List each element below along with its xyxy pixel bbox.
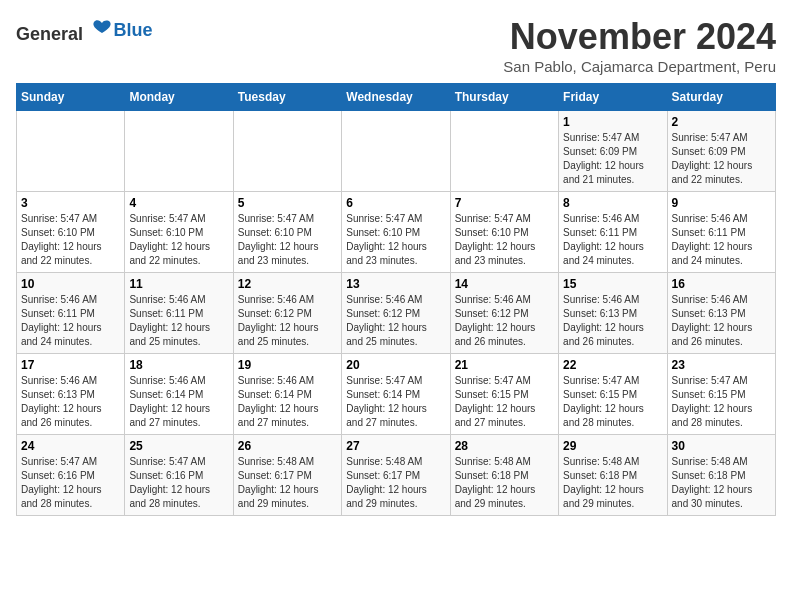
day-info: Sunrise: 5:46 AM Sunset: 6:14 PM Dayligh… bbox=[238, 374, 337, 430]
calendar-cell: 12Sunrise: 5:46 AM Sunset: 6:12 PM Dayli… bbox=[233, 273, 341, 354]
calendar-week-row: 24Sunrise: 5:47 AM Sunset: 6:16 PM Dayli… bbox=[17, 435, 776, 516]
day-info: Sunrise: 5:47 AM Sunset: 6:09 PM Dayligh… bbox=[563, 131, 662, 187]
calendar-cell: 28Sunrise: 5:48 AM Sunset: 6:18 PM Dayli… bbox=[450, 435, 558, 516]
day-number: 25 bbox=[129, 439, 228, 453]
day-number: 18 bbox=[129, 358, 228, 372]
day-info: Sunrise: 5:46 AM Sunset: 6:11 PM Dayligh… bbox=[672, 212, 771, 268]
day-number: 13 bbox=[346, 277, 445, 291]
day-info: Sunrise: 5:46 AM Sunset: 6:12 PM Dayligh… bbox=[238, 293, 337, 349]
calendar-cell bbox=[125, 111, 233, 192]
day-number: 22 bbox=[563, 358, 662, 372]
calendar-cell: 22Sunrise: 5:47 AM Sunset: 6:15 PM Dayli… bbox=[559, 354, 667, 435]
calendar-cell: 1Sunrise: 5:47 AM Sunset: 6:09 PM Daylig… bbox=[559, 111, 667, 192]
calendar-cell: 13Sunrise: 5:46 AM Sunset: 6:12 PM Dayli… bbox=[342, 273, 450, 354]
weekday-header-monday: Monday bbox=[125, 84, 233, 111]
calendar-cell bbox=[17, 111, 125, 192]
weekday-header-thursday: Thursday bbox=[450, 84, 558, 111]
calendar-cell: 16Sunrise: 5:46 AM Sunset: 6:13 PM Dayli… bbox=[667, 273, 775, 354]
day-number: 1 bbox=[563, 115, 662, 129]
day-number: 29 bbox=[563, 439, 662, 453]
title-block: November 2024 San Pablo, Cajamarca Depar… bbox=[503, 16, 776, 75]
calendar-week-row: 10Sunrise: 5:46 AM Sunset: 6:11 PM Dayli… bbox=[17, 273, 776, 354]
calendar-cell bbox=[233, 111, 341, 192]
day-number: 10 bbox=[21, 277, 120, 291]
day-info: Sunrise: 5:47 AM Sunset: 6:15 PM Dayligh… bbox=[455, 374, 554, 430]
day-number: 14 bbox=[455, 277, 554, 291]
day-info: Sunrise: 5:46 AM Sunset: 6:13 PM Dayligh… bbox=[672, 293, 771, 349]
day-number: 11 bbox=[129, 277, 228, 291]
day-info: Sunrise: 5:48 AM Sunset: 6:17 PM Dayligh… bbox=[238, 455, 337, 511]
day-info: Sunrise: 5:47 AM Sunset: 6:09 PM Dayligh… bbox=[672, 131, 771, 187]
weekday-header-wednesday: Wednesday bbox=[342, 84, 450, 111]
day-number: 19 bbox=[238, 358, 337, 372]
day-number: 5 bbox=[238, 196, 337, 210]
day-number: 26 bbox=[238, 439, 337, 453]
calendar-cell: 27Sunrise: 5:48 AM Sunset: 6:17 PM Dayli… bbox=[342, 435, 450, 516]
day-number: 3 bbox=[21, 196, 120, 210]
day-number: 17 bbox=[21, 358, 120, 372]
page-subtitle: San Pablo, Cajamarca Department, Peru bbox=[503, 58, 776, 75]
calendar-week-row: 3Sunrise: 5:47 AM Sunset: 6:10 PM Daylig… bbox=[17, 192, 776, 273]
day-info: Sunrise: 5:47 AM Sunset: 6:10 PM Dayligh… bbox=[238, 212, 337, 268]
calendar-cell: 30Sunrise: 5:48 AM Sunset: 6:18 PM Dayli… bbox=[667, 435, 775, 516]
logo-bird-icon bbox=[90, 16, 114, 40]
day-info: Sunrise: 5:48 AM Sunset: 6:17 PM Dayligh… bbox=[346, 455, 445, 511]
calendar-cell bbox=[450, 111, 558, 192]
weekday-header-tuesday: Tuesday bbox=[233, 84, 341, 111]
logo: General Blue bbox=[16, 16, 153, 45]
day-info: Sunrise: 5:46 AM Sunset: 6:13 PM Dayligh… bbox=[21, 374, 120, 430]
calendar-table: SundayMondayTuesdayWednesdayThursdayFrid… bbox=[16, 83, 776, 516]
day-number: 23 bbox=[672, 358, 771, 372]
calendar-cell: 24Sunrise: 5:47 AM Sunset: 6:16 PM Dayli… bbox=[17, 435, 125, 516]
calendar-cell: 5Sunrise: 5:47 AM Sunset: 6:10 PM Daylig… bbox=[233, 192, 341, 273]
calendar-cell: 20Sunrise: 5:47 AM Sunset: 6:14 PM Dayli… bbox=[342, 354, 450, 435]
calendar-cell bbox=[342, 111, 450, 192]
day-info: Sunrise: 5:47 AM Sunset: 6:16 PM Dayligh… bbox=[21, 455, 120, 511]
day-number: 28 bbox=[455, 439, 554, 453]
day-number: 7 bbox=[455, 196, 554, 210]
day-info: Sunrise: 5:46 AM Sunset: 6:13 PM Dayligh… bbox=[563, 293, 662, 349]
calendar-cell: 8Sunrise: 5:46 AM Sunset: 6:11 PM Daylig… bbox=[559, 192, 667, 273]
day-info: Sunrise: 5:47 AM Sunset: 6:14 PM Dayligh… bbox=[346, 374, 445, 430]
day-info: Sunrise: 5:47 AM Sunset: 6:15 PM Dayligh… bbox=[672, 374, 771, 430]
day-info: Sunrise: 5:48 AM Sunset: 6:18 PM Dayligh… bbox=[563, 455, 662, 511]
calendar-cell: 17Sunrise: 5:46 AM Sunset: 6:13 PM Dayli… bbox=[17, 354, 125, 435]
calendar-cell: 23Sunrise: 5:47 AM Sunset: 6:15 PM Dayli… bbox=[667, 354, 775, 435]
day-info: Sunrise: 5:46 AM Sunset: 6:12 PM Dayligh… bbox=[346, 293, 445, 349]
calendar-cell: 14Sunrise: 5:46 AM Sunset: 6:12 PM Dayli… bbox=[450, 273, 558, 354]
day-info: Sunrise: 5:47 AM Sunset: 6:10 PM Dayligh… bbox=[129, 212, 228, 268]
day-info: Sunrise: 5:48 AM Sunset: 6:18 PM Dayligh… bbox=[672, 455, 771, 511]
day-info: Sunrise: 5:47 AM Sunset: 6:15 PM Dayligh… bbox=[563, 374, 662, 430]
calendar-week-row: 1Sunrise: 5:47 AM Sunset: 6:09 PM Daylig… bbox=[17, 111, 776, 192]
day-number: 8 bbox=[563, 196, 662, 210]
day-info: Sunrise: 5:46 AM Sunset: 6:12 PM Dayligh… bbox=[455, 293, 554, 349]
day-number: 4 bbox=[129, 196, 228, 210]
day-info: Sunrise: 5:46 AM Sunset: 6:11 PM Dayligh… bbox=[21, 293, 120, 349]
day-number: 20 bbox=[346, 358, 445, 372]
calendar-cell: 7Sunrise: 5:47 AM Sunset: 6:10 PM Daylig… bbox=[450, 192, 558, 273]
calendar-cell: 6Sunrise: 5:47 AM Sunset: 6:10 PM Daylig… bbox=[342, 192, 450, 273]
calendar-cell: 15Sunrise: 5:46 AM Sunset: 6:13 PM Dayli… bbox=[559, 273, 667, 354]
calendar-cell: 25Sunrise: 5:47 AM Sunset: 6:16 PM Dayli… bbox=[125, 435, 233, 516]
day-number: 30 bbox=[672, 439, 771, 453]
calendar-cell: 19Sunrise: 5:46 AM Sunset: 6:14 PM Dayli… bbox=[233, 354, 341, 435]
calendar-cell: 26Sunrise: 5:48 AM Sunset: 6:17 PM Dayli… bbox=[233, 435, 341, 516]
day-info: Sunrise: 5:46 AM Sunset: 6:14 PM Dayligh… bbox=[129, 374, 228, 430]
day-info: Sunrise: 5:48 AM Sunset: 6:18 PM Dayligh… bbox=[455, 455, 554, 511]
calendar-week-row: 17Sunrise: 5:46 AM Sunset: 6:13 PM Dayli… bbox=[17, 354, 776, 435]
weekday-header-friday: Friday bbox=[559, 84, 667, 111]
calendar-cell: 29Sunrise: 5:48 AM Sunset: 6:18 PM Dayli… bbox=[559, 435, 667, 516]
weekday-header-saturday: Saturday bbox=[667, 84, 775, 111]
day-info: Sunrise: 5:46 AM Sunset: 6:11 PM Dayligh… bbox=[129, 293, 228, 349]
day-number: 21 bbox=[455, 358, 554, 372]
weekday-header-sunday: Sunday bbox=[17, 84, 125, 111]
day-number: 9 bbox=[672, 196, 771, 210]
page-title: November 2024 bbox=[503, 16, 776, 58]
logo-general: General bbox=[16, 16, 114, 45]
calendar-cell: 11Sunrise: 5:46 AM Sunset: 6:11 PM Dayli… bbox=[125, 273, 233, 354]
calendar-cell: 21Sunrise: 5:47 AM Sunset: 6:15 PM Dayli… bbox=[450, 354, 558, 435]
calendar-cell: 4Sunrise: 5:47 AM Sunset: 6:10 PM Daylig… bbox=[125, 192, 233, 273]
day-number: 6 bbox=[346, 196, 445, 210]
calendar-cell: 3Sunrise: 5:47 AM Sunset: 6:10 PM Daylig… bbox=[17, 192, 125, 273]
weekday-header-row: SundayMondayTuesdayWednesdayThursdayFrid… bbox=[17, 84, 776, 111]
